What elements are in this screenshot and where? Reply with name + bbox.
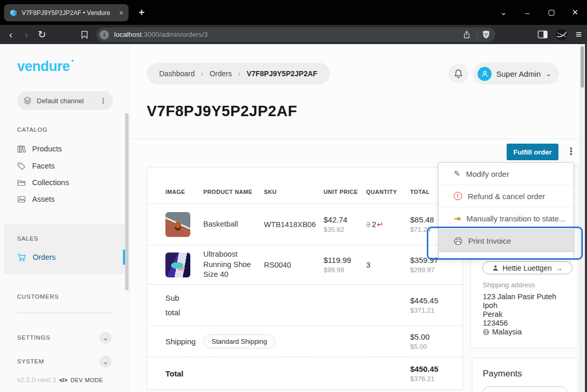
product-sku: WTB1418XB06 xyxy=(264,220,324,229)
breadcrumb-sep-icon: › xyxy=(201,69,204,78)
chevron-down-icon: ⌄ xyxy=(103,334,108,342)
payment-entry-stub[interactable] xyxy=(483,386,567,392)
shipping-net: $5.00 xyxy=(410,343,463,351)
sidebar-panel-icon[interactable] xyxy=(538,31,548,38)
settings-expand-button[interactable]: ⌄ xyxy=(100,332,111,344)
vendure-logo[interactable]: vendure xyxy=(17,59,70,75)
sidebar-item-label: Products xyxy=(32,145,62,153)
bell-icon xyxy=(454,69,463,79)
product-thumbnail-shoe[interactable] xyxy=(165,253,190,277)
window-minimize-button[interactable]: – xyxy=(515,0,539,25)
sidebar-item-label: Facets xyxy=(32,162,55,170)
sidebar-divider xyxy=(17,313,113,313)
tab-close-icon[interactable]: × xyxy=(119,9,123,17)
menu-hamburger-icon[interactable]: ≡ xyxy=(576,29,582,40)
page-scrollbar-track[interactable] xyxy=(580,44,585,392)
user-name: Super Admin xyxy=(496,69,541,78)
page-scrollbar-thumb[interactable] xyxy=(581,46,584,88)
sidebar-item-collections[interactable]: Collections xyxy=(17,177,69,188)
menu-item-transition-state[interactable]: ⇥ Manually transition to state... xyxy=(439,207,574,230)
menu-item-refund-cancel[interactable]: ! Refund & cancel order xyxy=(439,185,574,207)
customer-name: Hettie Luettgen xyxy=(502,264,552,272)
section-label-catalog: CATALOG xyxy=(17,127,48,133)
menu-item-label: Modify order xyxy=(466,170,509,178)
window-close-button[interactable]: ✕ xyxy=(563,0,587,25)
address-bar[interactable]: i localhost:3000/admin/orders/3 xyxy=(96,27,495,42)
channel-label: Default channel xyxy=(37,97,94,105)
url-text[interactable]: localhost:3000/admin/orders/3 xyxy=(114,31,463,38)
subtotal-label: Sub total xyxy=(165,291,189,320)
product-name[interactable]: Ultraboost Running Shoe Size 40 xyxy=(203,249,264,280)
new-tab-button[interactable]: + xyxy=(135,6,148,19)
sidebar-scrollbar[interactable] xyxy=(125,113,129,290)
tab-search-icon[interactable]: ⌄ xyxy=(492,0,515,25)
profile-avatar[interactable] xyxy=(555,28,568,41)
cart-icon xyxy=(17,253,26,262)
address-state: Perak xyxy=(483,310,556,319)
address-line1: 123 Jalan Pasir Puteh xyxy=(483,292,556,301)
total-value: $450.45 xyxy=(410,365,463,373)
menu-item-print-invoice[interactable]: Print Invoice xyxy=(439,230,574,252)
section-label-settings: SETTINGS xyxy=(17,334,50,341)
sidebar-footer: v2.2.0-next.3 </> DEV MODE xyxy=(17,376,103,384)
channel-kebab-icon[interactable]: ⋮ xyxy=(100,96,107,105)
notifications-button[interactable] xyxy=(449,64,468,83)
vendure-favicon-icon xyxy=(9,9,18,17)
page-title: V7F8PJ9Y5P2JP2AF xyxy=(147,103,297,120)
shipping-value: $5.00 xyxy=(410,332,463,341)
share-icon[interactable] xyxy=(463,31,471,39)
back-button[interactable]: ‹ xyxy=(3,29,19,40)
table-row: Ultraboost Running Shoe Size 40 RS0040 $… xyxy=(147,245,463,285)
user-menu[interactable]: Super Admin ⌄ xyxy=(473,63,559,85)
menu-item-modify-order[interactable]: ✎ Modify order xyxy=(439,163,574,185)
quantity: 3 xyxy=(366,260,370,269)
logo-mark xyxy=(72,60,74,62)
layers-icon xyxy=(23,96,32,105)
menu-item-label: Refund & cancel order xyxy=(468,192,545,201)
site-info-icon[interactable]: i xyxy=(100,30,109,39)
channel-selector[interactable]: Default channel ⋮ xyxy=(17,91,113,110)
subtotal-net: $371.21 xyxy=(410,306,463,314)
arrow-right-icon: → xyxy=(555,264,563,272)
sidebar-item-products[interactable]: Products xyxy=(17,143,62,155)
bookmark-icon[interactable] xyxy=(77,31,92,39)
user-avatar xyxy=(478,67,492,81)
shipping-row: Shipping Standard Shipping $5.00 $5.00 xyxy=(147,326,463,357)
product-name[interactable]: Basketball xyxy=(203,219,264,230)
reload-button[interactable]: ↻ xyxy=(34,29,50,40)
sidebar-item-facets[interactable]: Facets xyxy=(17,160,55,172)
warning-circle-icon: ! xyxy=(454,192,462,200)
quantity-cell: 32↵ xyxy=(366,220,410,229)
col-header-quantity: QUANTITY xyxy=(366,189,410,195)
browser-titlebar: V7F8PJ9Y5P2JP2AF • Vendure × + ⌄ – ✕ xyxy=(0,0,587,25)
maximize-icon xyxy=(549,10,554,16)
breadcrumb-orders[interactable]: Orders xyxy=(209,69,232,78)
sidebar-item-orders[interactable]: Orders xyxy=(17,251,55,263)
customer-link-button[interactable]: Hettie Luettgen → xyxy=(482,261,572,274)
total-row: Total $450.45 $376.21 xyxy=(147,357,463,389)
browser-tab[interactable]: V7F8PJ9Y5P2JP2AF • Vendure × xyxy=(4,4,129,21)
printer-icon xyxy=(454,237,463,245)
forward-button[interactable]: › xyxy=(19,29,34,40)
chevron-down-icon: ⌄ xyxy=(103,358,108,366)
shipping-address-label: Shipping address xyxy=(483,281,535,289)
breadcrumb-dashboard[interactable]: Dashboard xyxy=(159,69,195,78)
shipping-method-chip: Standard Shipping xyxy=(203,334,275,348)
folder-icon xyxy=(17,178,26,187)
line-total-net: $299.97 xyxy=(410,266,463,274)
breadcrumb-current: V7F8PJ9Y5P2JP2AF xyxy=(247,69,317,78)
address-country: Malaysia xyxy=(492,328,522,337)
quantity-old: 3 xyxy=(366,220,370,229)
section-label-customers: CUSTOMERS xyxy=(17,293,59,300)
window-maximize-button[interactable] xyxy=(539,0,563,25)
vendure-admin-app: vendure Default channel ⋮ CATALOG xyxy=(0,44,587,392)
product-thumbnail-basketball[interactable] xyxy=(165,212,190,237)
brave-shield-icon[interactable] xyxy=(482,30,490,39)
sidebar-item-assets[interactable]: Assets xyxy=(17,193,55,205)
system-expand-button[interactable]: ⌄ xyxy=(100,356,111,368)
order-actions-kebab[interactable]: ⋮ xyxy=(565,144,578,159)
payments-card: Payments xyxy=(472,358,578,392)
sales-section-block xyxy=(4,224,124,274)
fulfill-order-button[interactable]: Fulfill order xyxy=(507,144,558,160)
product-sku: RS0040 xyxy=(264,261,324,269)
